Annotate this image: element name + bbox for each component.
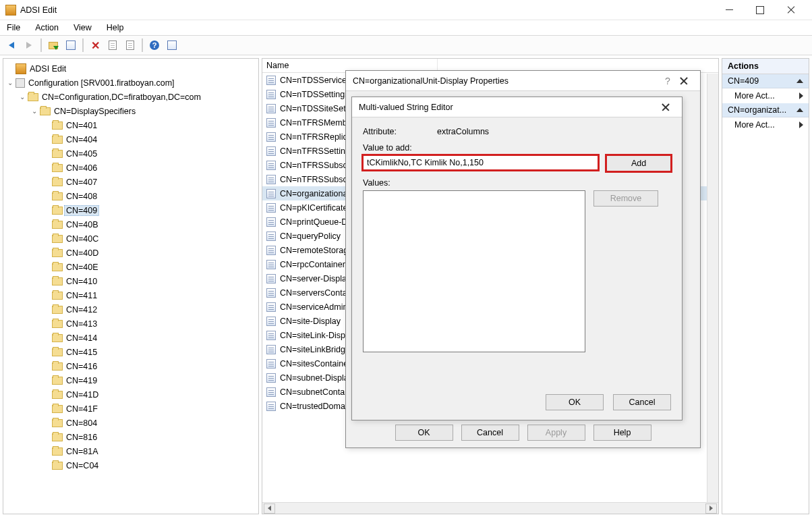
window-close-button[interactable] (776, 0, 807, 20)
tree-item-label: CN=404 (66, 135, 97, 144)
window-maximize-button[interactable] (745, 0, 776, 20)
tree-item[interactable]: CN=415 (6, 345, 258, 359)
actions-group-ou[interactable]: CN=organizat... (722, 103, 809, 117)
folder-icon (52, 192, 63, 200)
tree-item[interactable]: CN=401 (6, 118, 258, 132)
actions-pane: Actions CN=409 More Act... CN=organizat.… (722, 58, 809, 514)
window-minimize-button[interactable] (714, 0, 745, 20)
tree-item[interactable]: CN=41D (6, 387, 258, 402)
tree-item[interactable]: ⌄CN=Configuration,DC=firatboyan,DC=com (6, 90, 258, 104)
object-icon (266, 90, 276, 99)
actions-group-cn409[interactable]: CN=409 (722, 74, 809, 88)
tree-twisty-icon[interactable]: ⌄ (6, 79, 14, 86)
properties-cancel-button[interactable]: Cancel (461, 425, 519, 441)
folder-icon (52, 419, 63, 427)
delete-button[interactable]: ✕ (88, 38, 103, 53)
properties-ok-button[interactable]: OK (395, 425, 453, 441)
tree-item[interactable]: CN=419 (6, 373, 258, 387)
editor-close-button[interactable] (656, 99, 675, 115)
tree-item[interactable]: CN=413 (6, 317, 258, 331)
vertical-scrollbar[interactable] (707, 74, 718, 502)
object-icon (266, 359, 276, 369)
horizontal-scrollbar[interactable] (262, 502, 718, 514)
nav-back-button[interactable] (4, 38, 19, 53)
tree-item[interactable]: CN=410 (6, 274, 258, 288)
scroll-right-button[interactable] (705, 504, 717, 514)
document-icon (126, 40, 134, 50)
properties-button[interactable] (105, 38, 120, 53)
actions-more-2[interactable]: More Act... (722, 117, 809, 132)
tree-item-label: CN=DisplaySpecifiers (54, 107, 136, 116)
object-icon (266, 260, 276, 269)
help-button[interactable]: ? (147, 38, 162, 53)
menu-help[interactable]: Help (104, 22, 127, 34)
tree-item[interactable]: CN=81A (6, 444, 258, 458)
values-listbox[interactable] (363, 190, 585, 352)
editor-cancel-button[interactable]: Cancel (613, 394, 671, 410)
properties-help-button[interactable]: Help (593, 425, 651, 441)
tree-item[interactable]: CN=40E (6, 260, 258, 274)
refresh-button[interactable] (123, 38, 138, 53)
tree-item[interactable]: CN=816 (6, 430, 258, 444)
tree-item[interactable]: CN=407 (6, 175, 258, 189)
menubar: File Action View Help (0, 20, 812, 35)
toolbar-separator (142, 38, 143, 52)
toolbar-separator (40, 38, 42, 52)
object-icon (266, 146, 276, 156)
tree-item[interactable]: CN=405 (6, 146, 258, 161)
properties-dialog-title[interactable]: CN=organizationalUnit-Display Properties… (346, 71, 700, 91)
tree-item[interactable]: CN=408 (6, 189, 258, 203)
tree-item[interactable]: CN=40C (6, 232, 258, 246)
tree-item-label: CN=411 (66, 291, 97, 300)
menu-file[interactable]: File (4, 22, 23, 34)
tree-item[interactable]: CN=41F (6, 402, 258, 416)
tree-item[interactable]: CN=804 (6, 416, 258, 430)
folder-icon (52, 277, 63, 285)
tree-item[interactable]: CN=412 (6, 302, 258, 317)
editor-dialog-title[interactable]: Multi-valued String Editor (352, 97, 682, 117)
add-button[interactable]: Add (606, 155, 671, 171)
tree-item-label: CN=40C (66, 234, 98, 244)
tree-item-label: CN=C04 (66, 461, 98, 470)
object-icon (266, 288, 276, 298)
tree-twisty-icon[interactable]: ⌄ (18, 93, 26, 101)
value-to-add-input[interactable] (363, 155, 598, 170)
show-hide-tree-button[interactable] (63, 38, 78, 53)
dialog-close-button[interactable] (674, 73, 693, 89)
object-icon (266, 345, 276, 354)
actions-header: Actions (722, 59, 809, 74)
actions-group-label: CN=organizat... (728, 105, 786, 115)
chevron-up-icon (796, 79, 803, 83)
folder-icon (52, 377, 63, 385)
tree-item[interactable]: CN=40B (6, 217, 258, 232)
tree-item[interactable]: CN=40D (6, 246, 258, 260)
folder-icon (52, 362, 63, 371)
actions-more-1[interactable]: More Act... (722, 88, 809, 103)
editor-ok-button[interactable]: OK (546, 394, 604, 410)
folder-icon (52, 292, 63, 300)
tree-twisty-icon[interactable]: ⌄ (30, 107, 38, 115)
scroll-left-button[interactable] (264, 504, 275, 514)
tree-item[interactable]: ⌄Configuration [SRV001.firatboyan.com] (6, 76, 258, 90)
tree-item[interactable]: CN=404 (6, 132, 258, 146)
object-icon (266, 161, 276, 170)
menu-action[interactable]: Action (32, 22, 61, 34)
object-icon (266, 76, 276, 85)
tree-item-label: CN=414 (66, 333, 97, 343)
tree-item[interactable]: ADSI Edit (6, 61, 258, 76)
tree-pane[interactable]: ADSI Edit⌄Configuration [SRV001.firatboy… (3, 58, 259, 514)
tree-item[interactable]: ⌄CN=DisplaySpecifiers (6, 104, 258, 118)
tree-item[interactable]: CN=409 (6, 203, 258, 217)
tree-item-label: CN=40D (66, 248, 98, 258)
tree-item-label: CN=40E (66, 263, 98, 272)
menu-view[interactable]: View (71, 22, 94, 34)
tree-item[interactable]: CN=414 (6, 331, 258, 345)
tree-item[interactable]: CN=406 (6, 161, 258, 175)
tree-item[interactable]: CN=C04 (6, 458, 258, 472)
dialog-help-button[interactable]: ? (661, 76, 674, 86)
tree-item[interactable]: CN=416 (6, 359, 258, 373)
view-button[interactable] (165, 38, 179, 53)
remove-button: Remove (593, 190, 658, 207)
tree-item[interactable]: CN=411 (6, 288, 258, 302)
up-folder-button[interactable] (46, 38, 61, 53)
